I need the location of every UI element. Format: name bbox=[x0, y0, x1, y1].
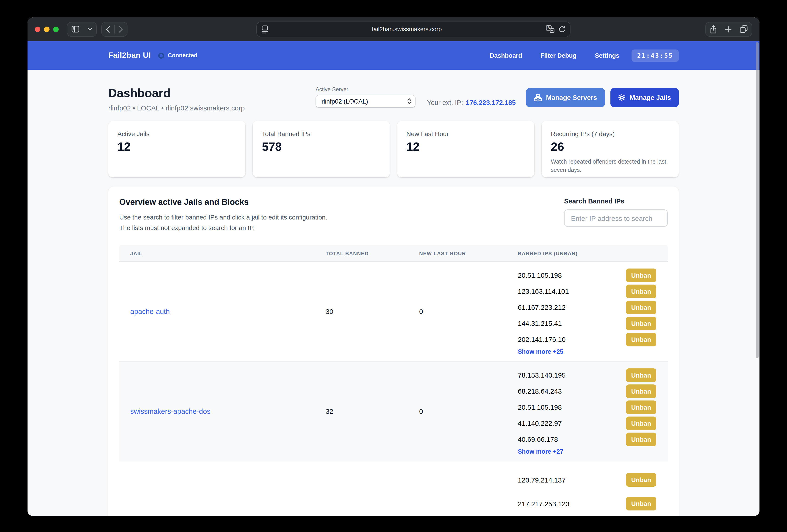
unban-button[interactable]: Unban bbox=[626, 433, 656, 446]
banned-ip-row: 40.69.66.178 Unban bbox=[518, 431, 668, 447]
nav-item-filter-debug[interactable]: Filter Debug bbox=[540, 52, 577, 59]
reload-icon[interactable] bbox=[558, 25, 565, 33]
banned-ips-cell: 78.153.140.195 Unban 68.218.64.243 Unban… bbox=[518, 361, 668, 461]
unban-button[interactable]: Unban bbox=[626, 400, 656, 414]
show-more-link[interactable]: Show more +27 bbox=[518, 448, 563, 455]
external-ip: Your ext. IP:176.223.172.185 bbox=[427, 99, 516, 106]
tab-overview-icon[interactable] bbox=[736, 22, 752, 36]
column-header-total-banned: TOTAL BANNED bbox=[326, 250, 419, 256]
column-header-new-last-hour: NEW LAST HOUR bbox=[419, 250, 518, 256]
new-last-hour-value: 0 bbox=[419, 361, 518, 461]
banned-ip-row: 120.79.214.137 Unban bbox=[518, 468, 668, 492]
banned-ips-cell: 20.51.105.198 Unban 123.163.114.101 Unba… bbox=[518, 262, 668, 361]
manage-servers-label: Manage Servers bbox=[546, 94, 597, 101]
external-ip-value: 176.223.172.185 bbox=[466, 99, 516, 106]
banned-ips-cell: 120.79.214.137 Unban 217.217.253.123 Unb… bbox=[518, 461, 668, 516]
screenshot-root: fail2ban.swissmakers.corp A bbox=[0, 0, 787, 532]
new-last-hour-value bbox=[419, 461, 518, 516]
banned-ip: 217.217.253.123 bbox=[518, 500, 569, 508]
jail-link[interactable]: apache-auth bbox=[130, 307, 170, 315]
close-window-button[interactable] bbox=[35, 26, 40, 32]
table-row: 120.79.214.137 Unban 217.217.253.123 Unb… bbox=[119, 461, 668, 516]
page-subtitle: rlinfp02 • LOCAL • rlinfp02.swissmakers.… bbox=[108, 104, 245, 112]
stat-card-active-jails: Active Jails 12 bbox=[108, 121, 246, 177]
banned-ip-row: 217.217.253.123 Unban bbox=[518, 492, 668, 515]
app-brand: Fail2ban UI bbox=[108, 51, 151, 60]
external-ip-label: Your ext. IP: bbox=[427, 99, 463, 106]
unban-button[interactable]: Unban bbox=[626, 268, 656, 282]
column-header-banned-ips: BANNED IPS (UNBAN) bbox=[518, 250, 668, 256]
panel-title: Overview active Jails and Blocks bbox=[119, 198, 327, 207]
translate-icon[interactable]: A bbox=[546, 25, 554, 33]
sidebar-toggle-group bbox=[67, 22, 97, 37]
panel-description-line2: The lists must not expanded to search fo… bbox=[119, 223, 327, 233]
website-settings-icon[interactable] bbox=[261, 25, 268, 33]
svg-text:A: A bbox=[547, 26, 550, 30]
unban-button[interactable]: Unban bbox=[626, 368, 656, 382]
panel-description: Use the search to filter banned IPs and … bbox=[119, 212, 327, 233]
banned-ip: 40.69.66.178 bbox=[518, 435, 558, 443]
jail-link[interactable]: swissmakers-apache-dos bbox=[130, 407, 211, 415]
unban-button[interactable]: Unban bbox=[626, 301, 656, 314]
window-controls bbox=[35, 26, 59, 32]
banned-ip: 78.153.140.195 bbox=[518, 371, 566, 379]
sidebar-icon[interactable] bbox=[67, 22, 83, 36]
banned-ip: 144.31.215.41 bbox=[518, 319, 562, 327]
stat-value: 26 bbox=[551, 140, 669, 154]
stat-value: 12 bbox=[406, 140, 525, 154]
manage-servers-button[interactable]: Manage Servers bbox=[526, 88, 605, 107]
banned-ip: 20.51.105.198 bbox=[518, 271, 562, 279]
active-server-value: rlinfp02 (LOCAL) bbox=[321, 98, 368, 105]
banned-ip: 123.163.114.101 bbox=[518, 287, 569, 295]
search-input[interactable] bbox=[564, 209, 668, 227]
unban-button[interactable]: Unban bbox=[626, 416, 656, 430]
active-server-select[interactable]: rlinfp02 (LOCAL) bbox=[316, 95, 416, 108]
address-bar-wrap: fail2ban.swissmakers.corp A bbox=[127, 21, 699, 37]
panel-description-line1: Use the search to filter banned IPs and … bbox=[119, 212, 327, 223]
new-tab-icon[interactable] bbox=[721, 22, 736, 36]
banned-ip-row: 20.51.105.198 Unban bbox=[518, 399, 668, 415]
unban-button[interactable]: Unban bbox=[626, 384, 656, 398]
stat-label: New Last Hour bbox=[406, 130, 525, 137]
connection-status-label: Connected bbox=[168, 52, 197, 59]
show-more-link[interactable]: Show more +25 bbox=[518, 348, 563, 355]
new-last-hour-value: 0 bbox=[419, 262, 518, 361]
stat-value: 578 bbox=[262, 140, 381, 154]
table-row: apache-auth 30 0 20.51.105.198 Unban 123… bbox=[119, 261, 668, 361]
unban-button[interactable]: Unban bbox=[626, 497, 656, 510]
clock-badge: 21:43:55 bbox=[632, 49, 679, 62]
banned-ip-row: 144.31.215.41 Unban bbox=[518, 315, 668, 331]
chevron-down-icon[interactable] bbox=[83, 22, 96, 36]
select-stepper-icon bbox=[407, 98, 411, 105]
zoom-window-button[interactable] bbox=[53, 26, 59, 32]
table-row: swissmakers-apache-dos 32 0 78.153.140.1… bbox=[119, 361, 668, 461]
banned-ip-row: 61.167.223.212 Unban bbox=[518, 299, 668, 315]
scrollbar-thumb[interactable] bbox=[756, 42, 759, 358]
gear-icon bbox=[618, 94, 625, 101]
unban-button[interactable]: Unban bbox=[626, 316, 656, 330]
unban-button[interactable]: Unban bbox=[626, 284, 656, 298]
banned-ip-row: 202.141.176.10 Unban bbox=[518, 331, 668, 347]
page-content: Dashboard rlinfp02 • LOCAL • rlinfp02.sw… bbox=[27, 86, 760, 516]
stat-card-recurring-ips: Recurring IPs (7 days) 26 Watch repeated… bbox=[541, 121, 679, 177]
manage-jails-button[interactable]: Manage Jails bbox=[610, 88, 679, 107]
unban-button[interactable]: Unban bbox=[626, 473, 656, 487]
manage-jails-label: Manage Jails bbox=[630, 94, 671, 101]
banned-ip: 120.79.214.137 bbox=[518, 476, 566, 484]
nav-item-settings[interactable]: Settings bbox=[595, 52, 619, 59]
back-icon[interactable] bbox=[102, 22, 114, 36]
total-banned-value bbox=[326, 461, 419, 516]
nav-item-dashboard[interactable]: Dashboard bbox=[490, 52, 522, 59]
banned-ip: 202.141.176.10 bbox=[518, 335, 566, 343]
table-header: JAIL TOTAL BANNED NEW LAST HOUR BANNED I… bbox=[119, 245, 668, 261]
banned-ip-row: 78.153.140.195 Unban bbox=[518, 367, 668, 383]
address-bar[interactable]: fail2ban.swissmakers.corp A bbox=[256, 21, 570, 37]
banned-ip: 68.218.64.243 bbox=[518, 387, 562, 395]
banned-ip-row: 123.163.114.101 Unban bbox=[518, 283, 668, 299]
share-icon[interactable] bbox=[706, 22, 721, 36]
forward-icon[interactable] bbox=[115, 22, 127, 36]
unban-button[interactable]: Unban bbox=[626, 332, 656, 346]
minimize-window-button[interactable] bbox=[44, 26, 49, 32]
banned-ip: 61.167.223.212 bbox=[518, 303, 566, 311]
banned-ip: 41.140.222.97 bbox=[518, 419, 562, 427]
